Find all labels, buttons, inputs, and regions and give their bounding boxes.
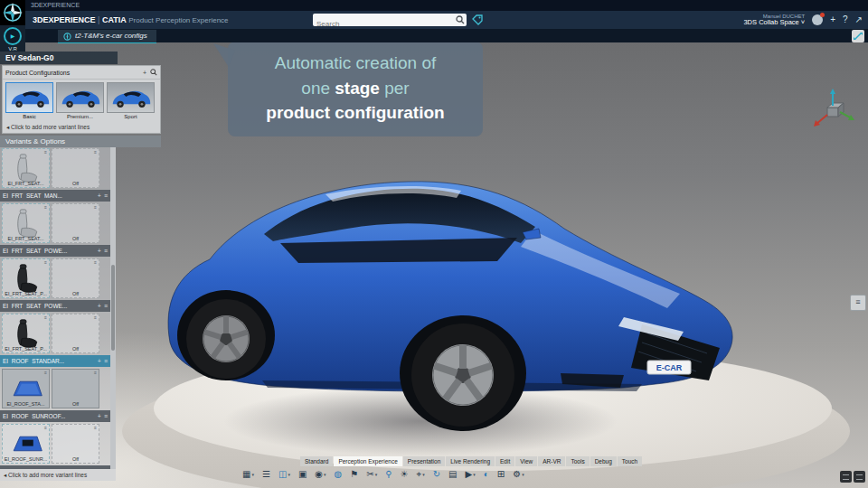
variant-thumbnail-cell[interactable]: ≡ EI_FRT_SEAT_P... — [2, 314, 50, 353]
dropdown-caret-icon[interactable]: ▾ — [522, 468, 524, 481]
navigation-triad[interactable] — [810, 88, 855, 135]
3ds-compass-icon[interactable] — [0, 0, 25, 25]
variants-scrollbar[interactable] — [110, 147, 116, 469]
display-mode-icon[interactable]: ▣ — [298, 468, 307, 481]
config-item-basic[interactable]: Basic — [5, 82, 53, 119]
search-configurations-icon[interactable] — [150, 69, 157, 76]
variants-options-header[interactable]: Variants & Options — [0, 136, 161, 147]
brand-name: 3DEXPERIENCE — [33, 15, 96, 24]
add-icon[interactable]: + — [98, 413, 101, 419]
variant-thumbnail-cell[interactable]: ≡ EI_FRT_SEAT_P... — [2, 258, 50, 298]
model-tree-icon[interactable]: ☰ — [262, 468, 270, 481]
tab-tools[interactable]: Tools — [566, 456, 589, 466]
tab-standard[interactable]: Standard — [300, 456, 333, 466]
menu-icon[interactable]: ≡ — [104, 248, 108, 254]
variant-off-cell[interactable]: ≡ Off — [52, 314, 99, 353]
variant-group-header[interactable]: EI_FRT_SEAT_POWE... + ≡ — [0, 245, 110, 257]
camera-target-icon[interactable]: ⌖▾ — [417, 468, 425, 481]
search-bar[interactable] — [313, 14, 467, 26]
variant-thumbnail-cell[interactable]: ≡ EI_ROOF_SUNR... — [2, 424, 50, 464]
tab-presentation[interactable]: Presentation — [403, 456, 446, 466]
menu-icon[interactable]: ≡ — [104, 303, 108, 309]
sun-light-icon[interactable]: ☀ — [401, 468, 409, 481]
tab-edit[interactable]: Edit — [495, 456, 514, 466]
variant-off-cell[interactable]: ≡ Off — [52, 203, 99, 243]
add-variant-lines-label: Click to add more variant lines — [11, 124, 90, 130]
add-variant-lines-link[interactable]: ◂ Click to add more variant lines — [3, 122, 160, 133]
variant-off-cell[interactable]: ≡ Off — [52, 148, 99, 188]
variant-off-cell[interactable]: ≡ Off — [52, 258, 99, 298]
menu-icon[interactable]: ≡ — [104, 358, 108, 364]
menu-icon[interactable]: ≡ — [104, 192, 108, 199]
menu-icon[interactable]: ≡ — [104, 413, 108, 419]
model-title-bar[interactable]: EV Sedan-G0 — [0, 52, 118, 64]
dropdown-caret-icon[interactable]: ▾ — [422, 468, 425, 481]
product-configurations-header[interactable]: Product Configurations + — [3, 66, 160, 80]
dropdown-caret-icon[interactable]: ▾ — [473, 468, 476, 481]
variant-thumbnail-cell[interactable]: ≡ EI_FRT_SEAT... — [2, 203, 50, 243]
variant-thumbnail-cell[interactable]: ≡ EI_ROOF_STA... — [2, 369, 50, 408]
manikin-icon[interactable]: ⚲ — [385, 468, 392, 481]
add-icon[interactable]: + — [98, 248, 101, 254]
stats-panel-icon[interactable]: ▤ — [448, 468, 457, 481]
3dplay-button[interactable]: ▶ — [4, 27, 22, 45]
dropdown-caret-icon[interactable]: ▾ — [251, 468, 254, 481]
car-3d-model[interactable]: E-CAR — [136, 147, 760, 446]
variant-group-header[interactable]: EI_FRT_SEAT_MAN... + ≡ — [0, 190, 110, 202]
section-cut-icon[interactable]: ✂▾ — [366, 468, 377, 481]
tab-perception-experience[interactable]: Perception Experience — [334, 456, 401, 466]
dropdown-caret-icon[interactable]: ▾ — [288, 468, 290, 481]
render-quality-icon[interactable]: ◉▾ — [315, 468, 326, 481]
config-item-sport[interactable]: Sport — [107, 82, 155, 119]
add-icon[interactable]: + — [98, 358, 101, 364]
user-avatar-icon[interactable] — [812, 14, 823, 25]
collab-space-selector[interactable]: 3DS Collab Space ˅ — [743, 19, 805, 26]
variant-group-header[interactable]: EI_FRT_SEAT_POWE... + ≡ — [0, 300, 110, 312]
add-icon[interactable]: + — [830, 11, 835, 29]
tab-live-rendering[interactable]: Live Rendering — [446, 456, 495, 466]
callout-line1: Automatic creation of — [235, 51, 476, 76]
add-icon[interactable]: + — [98, 303, 101, 309]
material-ball-icon[interactable]: ◍ — [335, 468, 343, 481]
share-icon[interactable]: ↗ — [855, 11, 863, 29]
corner-control-icon[interactable] — [854, 471, 865, 483]
add-icon[interactable]: + — [98, 192, 101, 199]
document-tab[interactable]: t2-T&M's e-car configs — [58, 30, 156, 43]
tab-ar-vr[interactable]: AR-VR — [538, 456, 565, 466]
off-label: Off — [52, 236, 99, 241]
tab-view[interactable]: View — [515, 456, 537, 466]
play-animation-icon[interactable]: ▶▾ — [466, 468, 476, 481]
annotation-flag-icon[interactable]: ⚑ — [350, 468, 358, 481]
cell-menu-icon: ≡ — [44, 314, 47, 320]
user-block[interactable]: Manuel DUCHET 3DS Collab Space ˅ — [743, 14, 805, 27]
fullscreen-icon[interactable] — [852, 30, 864, 42]
split-view-icon[interactable]: ◫▾ — [278, 468, 290, 481]
turntable-icon[interactable]: ↻ — [433, 468, 440, 481]
variant-thumbnail-cell[interactable]: ≡ EI_FRT_SEAT... — [2, 148, 50, 188]
tag-icon[interactable] — [472, 14, 483, 25]
platform-title: 3DEXPERIENCE — [31, 2, 80, 8]
variant-off-cell[interactable]: ≡ Off — [52, 424, 99, 464]
config-item-premium[interactable]: Premium... — [56, 82, 104, 119]
app-brand: 3DEXPERIENCE | CATIA Product Perception … — [33, 11, 229, 29]
search-icon[interactable] — [456, 15, 465, 24]
panel-toggle-icon[interactable]: ≡ — [850, 295, 866, 311]
tab-debug[interactable]: Debug — [590, 456, 617, 466]
settings-gear-icon[interactable]: ⚙▾ — [513, 468, 524, 481]
dropdown-caret-icon[interactable]: ▾ — [324, 468, 326, 481]
add-variant-lines-link[interactable]: ◂ Click to add more variant lines — [0, 469, 116, 481]
variant-group-header[interactable]: EI_ROOF_SUNROOF... + ≡ — [0, 410, 110, 422]
grid-icon[interactable]: ⊞ — [497, 468, 505, 481]
variant-group-header[interactable]: EI_ROOF_STANDAR... + ≡ — [0, 355, 110, 367]
environment-icon[interactable]: ◐ — [484, 468, 489, 481]
corner-control-icon[interactable] — [840, 471, 852, 483]
dropdown-caret-icon[interactable]: ▾ — [375, 468, 378, 481]
help-icon[interactable]: ? — [843, 11, 848, 29]
add-configuration-icon[interactable]: + — [143, 70, 146, 76]
view-manager-icon[interactable]: ▦▾ — [242, 468, 254, 481]
variant-off-cell[interactable]: ≡ Off — [52, 369, 99, 408]
tab-touch[interactable]: Touch — [618, 456, 642, 466]
icon-glyph: ⌖ — [417, 468, 422, 481]
annotation-callout: Automatic creation of one stage per prod… — [228, 42, 483, 136]
scrollbar-thumb[interactable] — [111, 265, 115, 351]
